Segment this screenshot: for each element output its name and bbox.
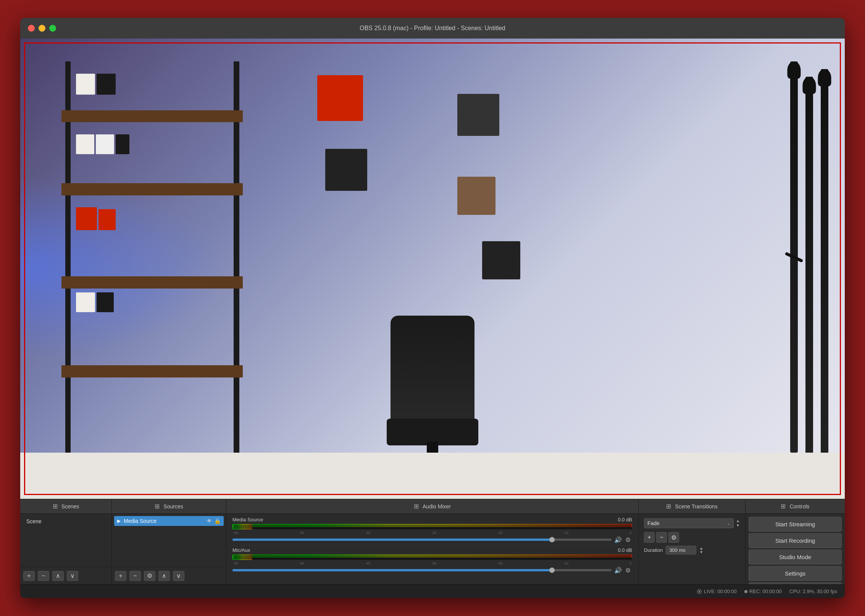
transitions-icon: ⊞	[666, 503, 671, 510]
acoustic-panel-black2	[482, 241, 520, 279]
fader-track-mic[interactable]	[232, 569, 612, 571]
transitions-panel: ⊞ Scene Transitions Fade ⌄ ▲ ▼	[639, 499, 746, 584]
studio-mode-button[interactable]: Studio Mode	[749, 550, 842, 564]
scenes-down-button[interactable]: ∨	[67, 571, 78, 581]
cpu-status: CPU: 2.9%, 30.00 fps	[789, 589, 837, 594]
settings-button-mic[interactable]: ⚙	[624, 566, 632, 574]
transition-remove-button[interactable]: −	[656, 532, 667, 543]
mixer-track-media-header: Media Source 0.0 dB	[232, 517, 632, 522]
transition-arrow-down[interactable]: ▼	[736, 524, 740, 527]
duration-label: Duration	[644, 547, 663, 553]
preview-area	[20, 39, 845, 499]
fader-fill-media	[232, 539, 555, 541]
controls-panel: ⊞ Controls Start Streaming Start Recordi…	[746, 499, 845, 584]
scene-item[interactable]: Scene	[23, 516, 109, 527]
scenes-footer: + − ∧ ∨	[20, 567, 111, 584]
scenes-add-button[interactable]: +	[23, 571, 35, 581]
scenes-up-button[interactable]: ∧	[52, 571, 64, 581]
mixer-track-media-db: 0.0 dB	[618, 517, 632, 522]
settings-button-media[interactable]: ⚙	[624, 535, 632, 544]
minimize-button[interactable]	[39, 25, 45, 32]
play-icon: ▶	[117, 518, 121, 524]
window-controls	[28, 25, 56, 32]
mixer-track-mic-db: 0.0 dB	[618, 547, 632, 553]
lock-icon[interactable]: 🔒	[214, 518, 221, 524]
controls-icon: ⊞	[781, 503, 786, 510]
duration-input[interactable]: 300 ms	[666, 546, 696, 555]
scenes-remove-button[interactable]: −	[38, 571, 49, 581]
close-button[interactable]	[28, 25, 35, 32]
meter-container-mic	[232, 555, 632, 560]
fader-row-mic[interactable]: 🔊 ⚙	[232, 566, 632, 574]
acoustic-panel-brown	[457, 177, 495, 215]
transition-actions: + − ⚙	[641, 531, 743, 544]
source-name-label: Media Source	[124, 518, 203, 524]
scenes-icon: ⊞	[53, 503, 58, 510]
transition-add-button[interactable]: +	[644, 532, 655, 543]
status-bar: LIVE: 00:00:00 REC: 00:00:00 CPU: 2.9%, …	[20, 584, 845, 598]
chevron-down-icon: ⌄	[727, 521, 730, 526]
fader-knob-media[interactable]	[549, 537, 555, 542]
svg-point-1	[699, 591, 700, 592]
sources-down-button[interactable]: ∨	[173, 571, 184, 581]
transition-dropdown[interactable]: Fade ⌄	[644, 518, 734, 528]
transition-arrow-up[interactable]: ▲	[736, 519, 740, 523]
shelf-unit	[61, 61, 243, 466]
mic-stands	[680, 61, 828, 453]
duration-row: Duration 300 ms ▲ ▼	[641, 544, 743, 556]
audio-mixer-panel: ⊞ Audio Mixer Media Source 0.0 dB	[226, 499, 639, 584]
start-recording-button[interactable]: Start Recording	[749, 533, 842, 548]
transitions-panel-label: Scene Transitions	[675, 503, 717, 510]
sources-remove-button[interactable]: −	[129, 571, 141, 581]
window-title: OBS 25.0.8 (mac) - Profile: Untitled - S…	[360, 25, 505, 32]
scenes-panel-label: Scenes	[61, 503, 79, 510]
duration-value: 300 ms	[669, 547, 686, 553]
sources-panel-label: Sources	[163, 503, 183, 510]
acoustic-panel-black1	[325, 149, 367, 191]
acoustic-panel-darkgray	[457, 94, 499, 136]
scenes-panel-header: ⊞ Scenes	[20, 499, 111, 514]
sources-content[interactable]: ▶ Media Source 👁 🔒	[112, 514, 226, 567]
mute-button-mic[interactable]: 🔊	[614, 566, 622, 574]
scenes-content[interactable]: Scene	[20, 514, 111, 567]
transition-settings-button[interactable]: ⚙	[668, 532, 679, 543]
fader-fill-mic	[232, 569, 555, 571]
sources-add-button[interactable]: +	[115, 571, 126, 581]
mixer-content: Media Source 0.0 dB -60 -50	[226, 514, 638, 584]
mixer-track-media: Media Source 0.0 dB -60 -50	[229, 515, 635, 546]
mixer-track-mic-header: Mic/Aux 0.0 dB	[232, 547, 632, 553]
live-icon	[697, 589, 702, 594]
fader-row-media[interactable]: 🔊 ⚙	[232, 535, 632, 544]
duration-down-arrow[interactable]: ▼	[699, 550, 703, 554]
transition-select-row: Fade ⌄ ▲ ▼	[641, 516, 743, 531]
sources-footer: + − ⚙ ∧ ∨	[112, 567, 226, 584]
cpu-label: CPU: 2.9%, 30.00 fps	[789, 589, 837, 594]
start-streaming-button[interactable]: Start Streaming	[749, 517, 842, 532]
sources-panel-header: ⊞ Sources	[112, 499, 226, 514]
mute-button-media[interactable]: 🔊	[614, 535, 622, 544]
bottom-panel: ⊞ Scenes Scene + − ∧ ∨ ⊞ Sources	[20, 499, 845, 598]
mixer-track-mic: Mic/Aux 0.0 dB -60 -50	[229, 546, 635, 576]
sources-panel: ⊞ Sources ▶ Media Source 👁 🔒 + −	[112, 499, 226, 584]
transition-selected-label: Fade	[647, 520, 660, 526]
transitions-content: Fade ⌄ ▲ ▼ + − ⚙ Duration	[639, 514, 745, 584]
settings-button[interactable]: Settings	[749, 566, 842, 581]
controls-panel-label: Controls	[789, 503, 809, 510]
maximize-button[interactable]	[49, 25, 56, 32]
source-icons: 👁 🔒	[207, 518, 221, 524]
mixer-controls-media: 🔊 ⚙	[614, 535, 632, 544]
fader-knob-mic[interactable]	[549, 568, 555, 573]
fader-track-media[interactable]	[232, 539, 612, 541]
controls-panel-header: ⊞ Controls	[746, 499, 845, 514]
mixer-icon: ⊞	[414, 503, 419, 510]
sources-up-button[interactable]: ∧	[158, 571, 170, 581]
eye-icon[interactable]: 👁	[207, 518, 212, 524]
sources-settings-button[interactable]: ⚙	[144, 571, 155, 581]
scenes-panel: ⊞ Scenes Scene + − ∧ ∨	[20, 499, 112, 584]
mixer-track-mic-name: Mic/Aux	[232, 547, 250, 553]
obs-window: OBS 25.0.8 (mac) - Profile: Untitled - S…	[20, 18, 845, 598]
source-item-media[interactable]: ▶ Media Source 👁 🔒	[114, 516, 224, 526]
mixer-panel-label: Audio Mixer	[423, 503, 451, 510]
duration-up-arrow[interactable]: ▲	[699, 547, 703, 550]
live-status: LIVE: 00:00:00	[697, 589, 737, 594]
